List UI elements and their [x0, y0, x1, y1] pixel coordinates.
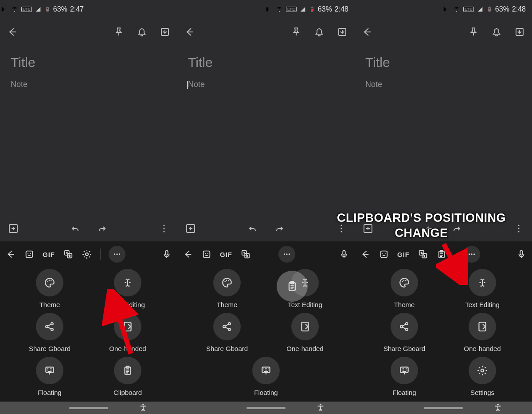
kbar-back-icon[interactable] [360, 249, 371, 259]
kbd-tile-onehand[interactable]: One-handed [279, 313, 331, 352]
note-input[interactable]: Note [11, 80, 167, 89]
signal-icon [477, 6, 484, 13]
volte-icon [442, 5, 450, 13]
dragging-clipboard-icon[interactable] [277, 271, 308, 302]
note-toolbar [0, 217, 177, 241]
kbd-tile-settings[interactable]: Settings [456, 357, 509, 396]
back-button[interactable] [184, 27, 195, 39]
note-input[interactable]: Note [188, 80, 344, 89]
battery-icon [44, 5, 51, 13]
gesture-handle[interactable] [246, 407, 286, 409]
kbd-tile-onehand[interactable]: One-handed [456, 313, 509, 352]
kbar-more-button[interactable] [109, 246, 125, 263]
battery-percent: 63% [495, 5, 509, 13]
note-input[interactable]: Note [365, 80, 521, 89]
kbd-tile-floatkb[interactable]: Floating [240, 357, 292, 396]
more-button[interactable] [513, 223, 524, 236]
kbd-tile-floatkb[interactable]: Floating [378, 357, 430, 396]
kbd-tile-palette[interactable]: Theme [201, 269, 253, 308]
kbd-tile-clipboard[interactable]: Clipboard [102, 357, 154, 396]
kbar-back-icon[interactable] [5, 249, 16, 259]
reminder-button[interactable] [491, 27, 502, 39]
volte-icon [0, 5, 8, 13]
kbar-back-icon[interactable] [183, 249, 193, 259]
pin-button[interactable] [291, 27, 301, 39]
tile-label: Floating [392, 389, 416, 396]
add-button[interactable] [185, 223, 196, 236]
undo-button[interactable] [70, 223, 81, 236]
archive-button[interactable] [160, 27, 170, 39]
keyboard-panel: GIF Theme Text Editing Share Gboard One-… [0, 241, 177, 402]
back-button[interactable] [362, 27, 372, 39]
clipboard-icon [114, 357, 141, 384]
nav-bar [355, 402, 532, 414]
kbd-tile-share[interactable]: Share Gboard [201, 313, 253, 352]
kbar-sticker-icon[interactable] [24, 249, 35, 259]
kbd-tile-onehand[interactable]: One-handed [102, 313, 154, 352]
note-content: Title Note [177, 47, 355, 89]
pin-button[interactable] [113, 27, 124, 39]
status-bar: LTE 63% 2:48 [355, 0, 532, 19]
reminder-button[interactable] [137, 27, 147, 39]
title-input[interactable]: Title [365, 55, 521, 70]
tile-label: One-handed [464, 345, 501, 352]
gesture-handle[interactable] [424, 407, 463, 409]
kbar-more-button[interactable] [278, 246, 295, 263]
back-button[interactable] [7, 27, 18, 39]
title-input[interactable]: Title [188, 55, 344, 70]
accessibility-icon[interactable] [493, 402, 503, 414]
wifi-icon [453, 5, 461, 13]
kbd-tile-ibeam[interactable]: Text Editing [456, 269, 509, 308]
battery-percent: 63% [53, 5, 67, 13]
nav-bar [0, 402, 177, 414]
keyboard-toolbar: GIF [355, 241, 532, 267]
kbar-sticker-icon[interactable] [379, 249, 389, 259]
kbar-settings-icon[interactable] [82, 249, 92, 260]
volte-icon [265, 5, 273, 13]
keyboard-panel: GIF Theme Text Editing Share Gboard One-… [177, 241, 355, 402]
kbar-gif-button[interactable]: GIF [43, 251, 55, 258]
accessibility-icon[interactable] [138, 402, 148, 414]
onehand-icon [291, 313, 319, 340]
panel-3: LTE 63% 2:48 Title Note [355, 0, 532, 414]
kbd-tile-share[interactable]: Share Gboard [23, 313, 76, 352]
kbar-gif-button[interactable]: GIF [220, 251, 232, 258]
redo-button[interactable] [274, 223, 285, 236]
tile-label: Text Editing [288, 301, 322, 308]
kbd-tile-ibeam[interactable]: Text Editing [102, 269, 154, 308]
kbar-translate-icon[interactable] [240, 249, 251, 259]
kbd-tile-share[interactable]: Share Gboard [378, 313, 430, 352]
kbar-mic-icon[interactable] [516, 249, 527, 259]
reminder-button[interactable] [314, 27, 325, 39]
kbar-gif-button[interactable]: GIF [397, 251, 410, 258]
kbar-clipboard-icon[interactable] [436, 249, 447, 260]
kbd-tile-palette[interactable]: Theme [378, 269, 430, 308]
redo-button[interactable] [97, 223, 107, 236]
kbar-separator [455, 248, 455, 260]
archive-button[interactable] [514, 27, 525, 39]
palette-icon [36, 269, 63, 296]
floatkb-icon [36, 357, 63, 384]
kbd-tile-palette[interactable]: Theme [23, 269, 76, 308]
kbar-more-button[interactable] [463, 246, 480, 263]
floatkb-icon [391, 357, 418, 384]
title-input[interactable]: Title [11, 55, 167, 70]
gesture-handle[interactable] [69, 407, 108, 409]
kbar-translate-icon[interactable] [63, 249, 74, 259]
annotation-text: CLIPBOARD'S POSITIONING CHANGE [337, 211, 506, 241]
kbar-translate-icon[interactable] [418, 249, 428, 259]
undo-button[interactable] [247, 223, 258, 236]
add-button[interactable] [8, 223, 19, 236]
kbar-mic-icon[interactable] [339, 249, 349, 259]
kbd-tile-floatkb[interactable]: Floating [23, 357, 76, 396]
tile-label: Floating [254, 389, 278, 396]
kbar-mic-icon[interactable] [161, 249, 172, 259]
onehand-icon [114, 313, 141, 340]
archive-button[interactable] [337, 27, 348, 39]
kbar-sticker-icon[interactable] [201, 249, 212, 259]
tile-label: Share Gboard [206, 345, 248, 352]
more-button[interactable] [159, 223, 169, 236]
wifi-icon [11, 5, 19, 13]
pin-button[interactable] [468, 27, 479, 39]
accessibility-icon[interactable] [316, 402, 325, 414]
